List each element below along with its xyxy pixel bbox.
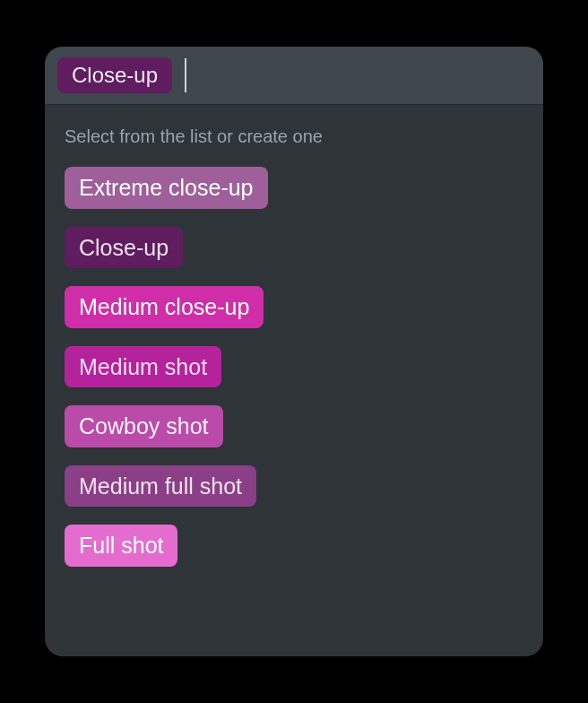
- option-medium-full-shot[interactable]: Medium full shot: [65, 465, 256, 508]
- option-medium-close-up[interactable]: Medium close-up: [65, 286, 264, 328]
- tag-input-bar[interactable]: Close-up: [45, 47, 543, 105]
- option-label: Extreme close-up: [79, 173, 254, 203]
- selected-tag-label: Close-up: [72, 63, 158, 88]
- option-medium-shot[interactable]: Medium shot: [65, 346, 221, 388]
- option-label: Cowboy shot: [79, 412, 209, 441]
- selected-tag-close-up[interactable]: Close-up: [57, 57, 172, 93]
- select-dropdown-panel: Close-up Select from the list or create …: [45, 47, 543, 656]
- option-label: Medium full shot: [79, 472, 242, 501]
- option-cowboy-shot[interactable]: Cowboy shot: [65, 405, 223, 447]
- option-full-shot[interactable]: Full shot: [65, 525, 177, 567]
- option-label: Close-up: [79, 233, 169, 263]
- option-label: Full shot: [79, 531, 163, 560]
- text-cursor: [185, 58, 186, 92]
- option-extreme-close-up[interactable]: Extreme close-up: [65, 167, 268, 209]
- option-close-up[interactable]: Close-up: [65, 227, 183, 269]
- dropdown-hint: Select from the list or create one: [65, 126, 527, 147]
- option-label: Medium close-up: [79, 292, 249, 322]
- options-list: Extreme close-up Close-up Medium close-u…: [61, 167, 527, 567]
- dropdown-body: Select from the list or create one Extre…: [45, 105, 543, 585]
- option-label: Medium shot: [79, 352, 207, 382]
